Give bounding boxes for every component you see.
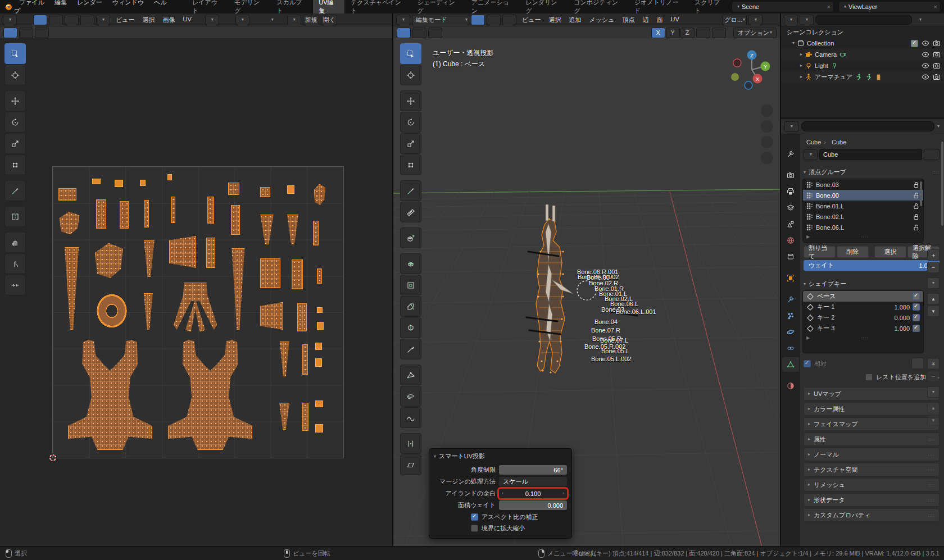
uv-2d-cursor[interactable] <box>48 453 57 462</box>
panel-形状データ[interactable]: ▸形状データ:::: <box>804 493 940 507</box>
edge-slide-tool[interactable] <box>400 433 421 454</box>
spin-tool[interactable] <box>400 386 421 407</box>
cursor-tool[interactable] <box>4 65 26 85</box>
uv-island[interactable] <box>317 307 323 313</box>
uv-island[interactable] <box>286 215 299 244</box>
render-visibility-icon[interactable] <box>933 62 941 70</box>
properties-tab-render[interactable] <box>782 168 799 183</box>
uv-canvas[interactable] <box>0 38 392 547</box>
operator-checkbox[interactable] <box>471 513 478 521</box>
outliner-item-name[interactable]: Collection <box>807 40 834 47</box>
uv-menu-画像[interactable]: 画像 <box>159 15 179 25</box>
properties-tab-object[interactable] <box>782 271 799 285</box>
vp-menu-追加[interactable]: 追加 <box>565 15 586 25</box>
panel-テクスチャ空間[interactable]: ▸テクスチャ空間:::: <box>804 463 940 476</box>
menu-ウィンドウ[interactable]: ウィンドウ <box>107 0 149 7</box>
mirror-x-toggle[interactable]: X <box>651 28 665 38</box>
uv-island[interactable] <box>95 243 123 278</box>
uv-island[interactable] <box>120 201 129 229</box>
properties-tab-modifiers[interactable] <box>782 292 799 307</box>
rest-position-checkbox[interactable] <box>865 374 873 381</box>
vp-tool-opt-2[interactable] <box>412 28 426 38</box>
vp-menu-辺[interactable]: 辺 <box>639 15 653 25</box>
mesh-name-field[interactable]: Cube <box>819 149 922 160</box>
menu-レンダー[interactable]: レンダー <box>72 0 107 7</box>
mirror-y-toggle[interactable]: Y <box>666 28 680 38</box>
bevel-tool[interactable] <box>400 296 421 317</box>
panel-カスタムプロパティ[interactable]: ▸カスタムプロパティ:::: <box>804 508 940 522</box>
vertex-group-row[interactable]: Bone.00 <box>803 190 923 201</box>
properties-tab-tool[interactable] <box>782 147 799 161</box>
mesh-select-vertex[interactable] <box>471 15 485 25</box>
uv-island[interactable] <box>292 259 303 289</box>
view-layer-selector[interactable]: ▾ ViewLayer × <box>838 1 941 12</box>
vgroup-button-削除[interactable]: 削除 <box>837 246 869 258</box>
properties-tab-scene[interactable] <box>782 217 799 231</box>
navigation-gizmo[interactable]: Z Y X <box>728 46 775 93</box>
grab-tool[interactable] <box>4 232 26 253</box>
knife-tool[interactable] <box>400 339 421 359</box>
vp-menu-選択[interactable]: 選択 <box>545 15 565 25</box>
uv-island[interactable] <box>96 199 106 229</box>
vgroup-add-button[interactable]: ＋ <box>927 249 940 261</box>
operator-field[interactable]: 66° <box>499 465 567 475</box>
panel-UVマップ[interactable]: ▸UVマップ:::: <box>804 387 940 400</box>
uv-island[interactable] <box>315 358 322 367</box>
uv-island[interactable] <box>167 174 172 180</box>
vgroup-button-割り当て[interactable]: 割り当て <box>804 246 836 258</box>
eye-icon[interactable] <box>922 51 929 58</box>
operator-field[interactable]: 0.000 <box>499 500 567 510</box>
unlink-icon[interactable]: × <box>934 3 937 10</box>
viewport-pan-button[interactable] <box>761 120 773 133</box>
weight-slider[interactable]: ウェイト1.000 <box>804 260 940 271</box>
vgroup-move-down-button[interactable]: ▼ <box>927 306 940 317</box>
shape-key-checkbox[interactable] <box>913 314 920 321</box>
poly-build-tool[interactable] <box>400 365 421 385</box>
properties-tab-collection[interactable] <box>782 249 799 264</box>
panel-ノーマル[interactable]: ▸ノーマル:::: <box>804 448 940 461</box>
uv-falloff-button[interactable]: ▾ <box>266 15 279 25</box>
uv-select-mode-vertex[interactable] <box>33 15 47 25</box>
add-cube-tool[interactable] <box>400 227 421 248</box>
shapekey-add-button[interactable]: ＋ <box>927 358 940 370</box>
relative-checkbox[interactable] <box>804 360 811 367</box>
shape-key-row[interactable]: キー 31.000 <box>803 323 923 334</box>
overlap-options-button[interactable] <box>712 28 726 38</box>
shape-keys-panel-header[interactable]: ▾シェイプキー:::: <box>802 276 941 290</box>
properties-tab-data[interactable] <box>782 357 799 372</box>
uv-island[interactable] <box>260 258 280 288</box>
lock-open-icon[interactable] <box>912 213 920 221</box>
select-box-tool[interactable] <box>4 43 26 64</box>
outliner-display-mode-button[interactable]: ▾ <box>800 15 814 25</box>
outliner-search-input[interactable] <box>815 15 912 25</box>
vp-menu-面[interactable]: 面 <box>653 15 667 25</box>
properties-tab-particles[interactable] <box>782 308 799 323</box>
panel-リメッシュ[interactable]: ▸リメッシュ:::: <box>804 478 940 491</box>
panel-フェイスマップ[interactable]: ▸フェイスマップ:::: <box>804 417 940 431</box>
uv-island[interactable] <box>279 342 290 376</box>
outliner-item-name[interactable]: Camera <box>815 51 837 58</box>
scale-tool[interactable] <box>400 133 421 154</box>
uv-sticky-mode-button[interactable]: ▾ <box>96 15 110 25</box>
vp-menu-ビュー[interactable]: ビュー <box>518 15 545 25</box>
disclosure-icon[interactable]: ▸ <box>800 75 802 79</box>
shape-key-row[interactable]: キー 11.000 <box>803 302 923 312</box>
vgroup-remove-button[interactable]: − <box>927 262 940 273</box>
select-box-tool[interactable] <box>400 43 421 64</box>
new-image-button[interactable]: 新規 <box>303 15 319 25</box>
mirror-z-toggle[interactable]: Z <box>680 28 695 38</box>
outliner-row-アーマチュア[interactable]: ▸アーマチュア <box>781 71 944 83</box>
operator-dropdown[interactable]: スケール <box>499 477 567 486</box>
shapekey-remove-button[interactable]: − <box>927 371 940 382</box>
uv-island[interactable] <box>60 212 79 234</box>
exclude-checkbox[interactable] <box>911 40 918 47</box>
uv-tool-opt-1[interactable] <box>3 28 17 38</box>
fake-user-shield-button[interactable] <box>924 149 940 160</box>
vertex-group-row[interactable]: Bone.01.L <box>803 201 923 211</box>
vertex-group-row[interactable]: Bone.06.L <box>803 222 923 233</box>
uv-tool-opt-2[interactable] <box>19 28 33 38</box>
uv-pan-button[interactable] <box>374 65 387 78</box>
inset-tool[interactable] <box>400 275 421 295</box>
outliner-row-Camera[interactable]: ▸Camera <box>781 49 944 60</box>
uv-snap-target-button[interactable]: ▾ <box>235 15 249 25</box>
